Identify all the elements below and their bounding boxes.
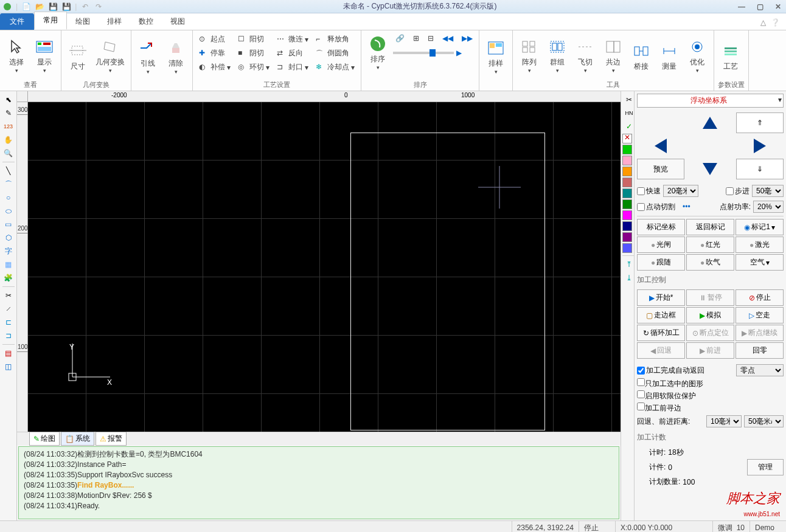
zoom-tool-icon[interactable]: 🔍 — [2, 147, 15, 159]
bridge-button[interactable]: 桥接 — [628, 33, 654, 79]
path-tool[interactable]: ⊟ — [425, 33, 436, 44]
tab-common[interactable]: 常用 — [34, 12, 67, 30]
optimize-button[interactable]: 优化▾ — [684, 33, 710, 79]
jog-right-button[interactable] — [736, 136, 784, 156]
dock-button[interactable]: ✚停靠 — [196, 47, 233, 60]
log-tab-system[interactable]: 📋系统 — [61, 432, 94, 446]
z-up-button[interactable]: ⇑ — [736, 112, 784, 133]
forward-button[interactable]: ▶ 前进 — [686, 342, 734, 359]
next-icon[interactable]: ▶▶ — [459, 33, 475, 44]
close-button[interactable]: ✕ — [773, 2, 784, 11]
fast-check[interactable]: 快速 — [637, 186, 661, 196]
more-icon[interactable]: ••• — [683, 202, 690, 211]
hatch-tool-icon[interactable]: ▦ — [2, 258, 15, 271]
minimize-button[interactable]: — — [736, 2, 747, 11]
color-swatch[interactable] — [622, 221, 632, 231]
text-tool-icon[interactable]: 字 — [2, 245, 15, 257]
leadline-button[interactable]: 引线▾ — [135, 33, 161, 81]
puzzle-tool-icon[interactable]: 🧩 — [2, 272, 15, 284]
open-icon[interactable]: 📂 — [35, 2, 44, 12]
display-button[interactable]: 显示▾ — [32, 33, 57, 79]
tab-view[interactable]: 视图 — [162, 13, 193, 30]
color-swatch[interactable] — [622, 199, 632, 209]
break-tool-icon[interactable]: ⊐ — [2, 330, 15, 342]
retreat-button[interactable]: ◀ 回退 — [637, 342, 685, 359]
size-button[interactable]: 尺寸 — [65, 33, 91, 79]
retreat-speed-select[interactable]: 50毫米/秒 — [744, 415, 784, 427]
home-button[interactable]: 回零 — [736, 342, 784, 359]
tab-cnc[interactable]: 数控 — [130, 13, 162, 30]
pointer-tool-icon[interactable]: ⬉ — [2, 94, 15, 106]
loop-button[interactable]: ↻ 循环加工 — [637, 325, 685, 341]
line-tool-icon[interactable]: ╲ — [2, 165, 15, 177]
laser-button[interactable]: ● 激光 — [736, 237, 784, 253]
release-corner-button[interactable]: ⌐释放角 — [313, 33, 357, 46]
coord-system-select[interactable]: 浮动坐标系 ▾ — [637, 94, 784, 108]
log-tab-alarm[interactable]: ⚠报警 — [96, 432, 127, 446]
rect-tool-icon[interactable]: ▭ — [2, 218, 15, 230]
slider-track[interactable] — [393, 52, 454, 54]
status-fine[interactable]: 微调 10 — [712, 521, 749, 532]
measure-button[interactable]: 测量 — [656, 33, 682, 79]
jog-left-button[interactable] — [637, 136, 684, 156]
blow-button[interactable]: ● 吹气 — [686, 254, 734, 271]
soft-limit-check[interactable]: 启用软限位保护 — [637, 390, 784, 401]
color-swatch[interactable] — [622, 243, 632, 253]
color-swatch[interactable] — [622, 156, 632, 165]
extend-tool-icon[interactable]: ⟋ — [2, 303, 15, 315]
color-swatch[interactable]: ✕ — [622, 134, 632, 143]
nest-button[interactable]: 排样▾ — [483, 33, 509, 81]
z-down-button[interactable]: ⇓ — [736, 159, 784, 179]
fillet-button[interactable]: ⌒倒圆角 — [313, 47, 357, 60]
color-swatch[interactable] — [622, 210, 632, 220]
air-select[interactable]: 空气 ▾ — [736, 254, 784, 271]
path-tool[interactable]: ⊞ — [411, 33, 422, 44]
maximize-button[interactable]: ▢ — [754, 2, 765, 11]
tab-draw[interactable]: 绘图 — [67, 13, 99, 30]
bp-locate-button[interactable]: ⊙断点定位 — [686, 325, 734, 341]
drawing-canvas[interactable]: YX — [28, 102, 621, 432]
startpoint-button[interactable]: ⊙起点 — [196, 33, 233, 46]
compensate-button[interactable]: ◐补偿 ▾ — [196, 61, 233, 74]
jog-down-button[interactable] — [687, 159, 734, 179]
new-icon[interactable]: 📄 — [21, 2, 31, 12]
color-swatch[interactable] — [622, 188, 632, 198]
circle-tool-icon[interactable]: ○ — [2, 192, 15, 204]
pause-button[interactable]: ⏸ 暂停 — [686, 289, 734, 306]
select-button[interactable]: 选择▾ — [4, 33, 29, 79]
app-icon[interactable] — [2, 2, 12, 12]
log-tab-draw[interactable]: ✎绘图 — [29, 432, 60, 446]
ellipse-tool-icon[interactable]: ⬭ — [2, 205, 15, 217]
fast-select[interactable]: 20毫米 — [663, 185, 698, 197]
inner-cut-button[interactable]: ■阴切 — [235, 47, 272, 60]
polygon-tool-icon[interactable]: ⬡ — [2, 232, 15, 244]
number-tool-icon[interactable]: 123 — [2, 120, 15, 133]
clear-button[interactable]: 清除▾ — [163, 33, 189, 81]
save-icon[interactable]: 💾 — [48, 2, 58, 12]
only-selected-check[interactable]: 只加工选中的图形 — [637, 378, 784, 389]
color-swatch[interactable] — [622, 178, 632, 187]
dryrun-button[interactable]: ▷ 空走 — [736, 307, 784, 323]
array-button[interactable]: 阵列▾ — [516, 33, 542, 79]
geom-transform-button[interactable]: 几何变换▾ — [93, 33, 127, 79]
help-icon[interactable]: ❔ — [771, 18, 780, 27]
tab-file[interactable]: 文件 — [0, 13, 34, 30]
gate-button[interactable]: ● 光闸 — [637, 237, 685, 253]
bp-continue-button[interactable]: ▶断点继续 — [736, 325, 784, 341]
color-swatch[interactable] — [622, 167, 632, 176]
retreat-dist-select[interactable]: 10毫米 — [706, 415, 742, 427]
jogcut-check[interactable]: 点动切割 — [637, 202, 675, 212]
redo-icon[interactable]: ↷ — [94, 2, 103, 12]
fire-rate-select[interactable]: 20% — [753, 201, 784, 213]
step-select[interactable]: 50毫米 — [752, 185, 784, 197]
auto-return-check[interactable]: 加工完成自动返回 — [637, 365, 704, 376]
reverse-button[interactable]: ⇄反向 — [274, 47, 311, 60]
save-as-icon[interactable]: 💾 — [61, 2, 71, 12]
frame-button[interactable]: ▢ 走边框 — [637, 307, 685, 323]
node-tool-icon[interactable]: ✎ — [2, 107, 15, 119]
redlight-button[interactable]: ● 红光 — [686, 237, 734, 253]
simulate-button[interactable]: ▶ 模拟 — [686, 307, 734, 323]
path-tool[interactable]: 🔗 — [393, 33, 407, 44]
color-swatch[interactable] — [622, 145, 632, 154]
seal-button[interactable]: ⊐封口 ▾ — [274, 61, 311, 74]
